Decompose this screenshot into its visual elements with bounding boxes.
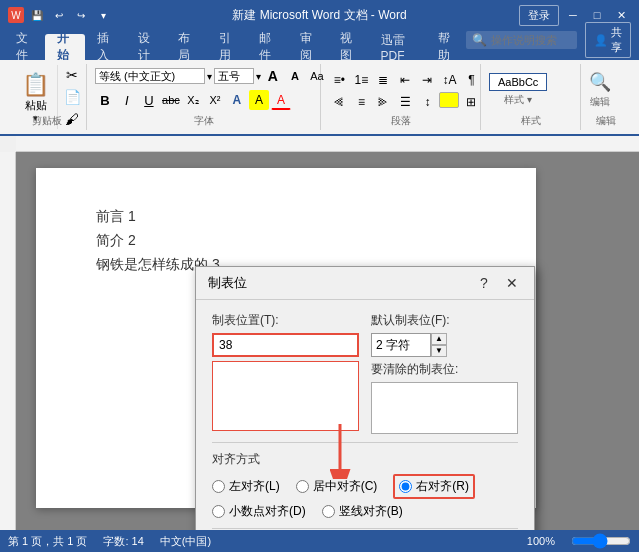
spinner-down-button[interactable]: ▼ [431, 345, 447, 357]
align-right-input[interactable] [399, 480, 412, 493]
align-decimal-input[interactable] [212, 505, 225, 518]
font-size-expand-icon[interactable]: ▾ [256, 71, 261, 82]
share-label: 共享 [611, 25, 622, 55]
line-spacing-button[interactable]: ↕ [417, 92, 437, 112]
status-bar: 第 1 页，共 1 页 字数: 14 中文(中国) 100% [0, 530, 639, 552]
doc-line-2: 简介 2 [96, 232, 476, 250]
editing-label-inner: 编辑 [590, 95, 610, 109]
font-color-button[interactable]: A [271, 90, 291, 110]
dialog-close-button[interactable]: ✕ [502, 273, 522, 293]
share-button[interactable]: 👤 共享 [585, 22, 631, 58]
tab-help[interactable]: 帮助 [426, 34, 467, 60]
align-right-radio[interactable]: 右对齐(R) [393, 474, 475, 499]
editing-label: 编辑 [596, 114, 616, 128]
styles-label: 样式 [521, 114, 541, 128]
tab-stop-dialog: 制表位 ? ✕ 制表位置(T): 默认制表位(F): [195, 266, 535, 530]
text-highlight-button[interactable]: A [249, 90, 269, 110]
underline-button[interactable]: U [139, 90, 159, 110]
numbering-button[interactable]: 1≡ [351, 70, 371, 90]
find-icon[interactable]: 🔍 [589, 71, 611, 93]
text-effect-button[interactable]: A [227, 90, 247, 110]
italic-button[interactable]: I [117, 90, 137, 110]
tab-design[interactable]: 设计 [126, 34, 167, 60]
customize-icon[interactable]: ▾ [94, 6, 112, 24]
bold-button[interactable]: B [95, 90, 115, 110]
divider-2 [212, 528, 518, 529]
shading-button[interactable] [439, 92, 459, 108]
show-marks-button[interactable]: ¶ [461, 70, 481, 90]
tab-pdf[interactable]: 迅雷PDF [369, 34, 426, 60]
decrease-font-button[interactable]: A [285, 66, 305, 86]
save-icon[interactable]: 💾 [28, 6, 46, 24]
tab-insert[interactable]: 插入 [85, 34, 126, 60]
search-input[interactable] [491, 34, 571, 46]
subscript-button[interactable]: X₂ [183, 90, 203, 110]
redo-icon[interactable]: ↪ [72, 6, 90, 24]
font-name-expand-icon[interactable]: ▾ [207, 71, 212, 82]
align-bar-radio[interactable]: 竖线对齐(B) [322, 503, 403, 520]
ribbon-group-editing: 🔍 编辑 编辑 [581, 64, 631, 130]
bullets-button[interactable]: ≡• [329, 70, 349, 90]
align-decimal-radio[interactable]: 小数点对齐(D) [212, 503, 306, 520]
clear-list-box[interactable] [371, 382, 518, 434]
tab-references[interactable]: 引用 [207, 34, 248, 60]
tab-mail[interactable]: 邮件 [247, 34, 288, 60]
window-title: 新建 Microsoft Word 文档 - Word [232, 7, 406, 24]
align-center-label: 居中对齐(C) [313, 478, 378, 495]
tab-home[interactable]: 开始 [45, 34, 86, 60]
multilevel-button[interactable]: ≣ [373, 70, 393, 90]
default-tab-input[interactable] [371, 333, 431, 357]
cut-button[interactable]: ✂ [62, 65, 82, 85]
align-bar-input[interactable] [322, 505, 335, 518]
sort-button[interactable]: ↕A [439, 70, 459, 90]
styles-gallery-item[interactable]: AaBbCc [489, 73, 547, 91]
justify-button[interactable]: ☰ [395, 92, 415, 112]
increase-font-button[interactable]: A [263, 66, 283, 86]
copy-button[interactable]: 📄 [62, 87, 82, 107]
search-icon: 🔍 [472, 33, 487, 47]
zoom-percent: 100% [527, 535, 555, 547]
tab-stop-col: 制表位置(T): [212, 312, 359, 434]
dialog-help-button[interactable]: ? [474, 273, 494, 293]
align-left-button[interactable]: ⫷ [329, 92, 349, 112]
tab-review[interactable]: 审阅 [288, 34, 329, 60]
tab-stop-listbox[interactable] [212, 361, 359, 431]
title-bar-left: W 💾 ↩ ↪ ▾ [8, 6, 112, 24]
align-section-label: 对齐方式 [212, 451, 518, 468]
undo-icon[interactable]: ↩ [50, 6, 68, 24]
font-size-input[interactable] [214, 68, 254, 84]
ribbon-tabs: 文件 开始 插入 设计 布局 引用 邮件 审阅 视图 迅雷PDF 帮助 🔍 👤 … [0, 30, 639, 60]
increase-indent-button[interactable]: ⇥ [417, 70, 437, 90]
align-left-input[interactable] [212, 480, 225, 493]
zoom-slider[interactable] [571, 533, 631, 549]
align-left-label: 左对齐(L) [229, 478, 280, 495]
font-name-input[interactable] [95, 68, 205, 84]
ruler-horizontal [16, 136, 639, 152]
dialog-title-bar: 制表位 ? ✕ [196, 267, 534, 300]
superscript-button[interactable]: X² [205, 90, 225, 110]
clipboard-label: 剪贴板 [32, 114, 62, 128]
ribbon-group-paragraph: ≡• 1≡ ≣ ⇤ ⇥ ↕A ¶ ⫷ ≡ ⫸ ☰ ↕ [321, 64, 481, 130]
strikethrough-button[interactable]: abc [161, 90, 181, 110]
dialog-top-row: 制表位置(T): 默认制表位(F): ▲ ▼ [212, 312, 518, 434]
tab-file[interactable]: 文件 [4, 34, 45, 60]
align-right-button[interactable]: ⫸ [373, 92, 393, 112]
tab-stop-input[interactable] [212, 333, 359, 357]
align-left-radio[interactable]: 左对齐(L) [212, 474, 280, 499]
format-painter-button[interactable]: 🖌 [62, 109, 82, 129]
decrease-indent-button[interactable]: ⇤ [395, 70, 415, 90]
align-decimal-label: 小数点对齐(D) [229, 503, 306, 520]
ribbon-content: 📋 粘贴 ▾ ✂ 📄 🖌 剪贴板 ▾ [0, 60, 639, 136]
align-center-button[interactable]: ≡ [351, 92, 371, 112]
styles-expand-button[interactable]: 样式 ▾ [504, 93, 532, 107]
ribbon-group-font: ▾ ▾ A A Aa B I U abc X₂ X² A A A [87, 64, 322, 130]
tab-layout[interactable]: 布局 [166, 34, 207, 60]
align-right-label: 右对齐(R) [416, 478, 469, 495]
align-center-radio[interactable]: 居中对齐(C) [296, 474, 378, 499]
default-tab-spin: ▲ ▼ [371, 333, 518, 357]
spinner-up-button[interactable]: ▲ [431, 333, 447, 345]
borders-button[interactable]: ⊞ [461, 92, 481, 112]
align-center-input[interactable] [296, 480, 309, 493]
align-bar-label: 竖线对齐(B) [339, 503, 403, 520]
tab-view[interactable]: 视图 [328, 34, 369, 60]
